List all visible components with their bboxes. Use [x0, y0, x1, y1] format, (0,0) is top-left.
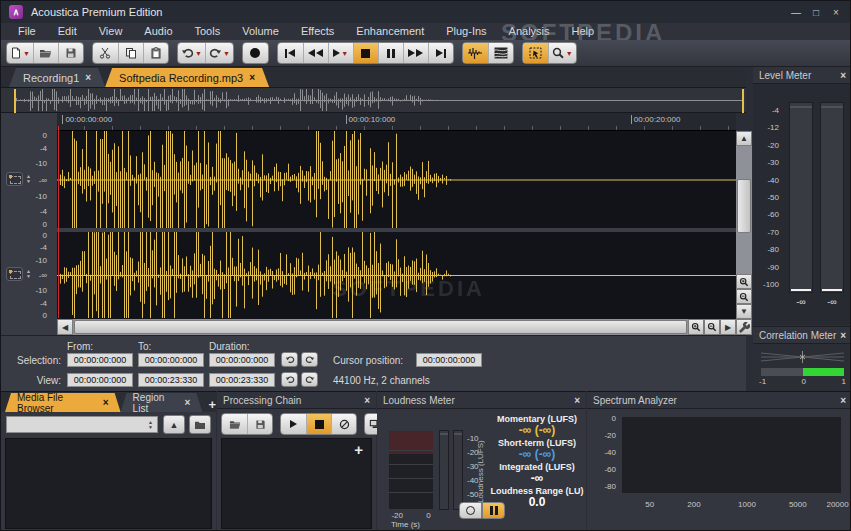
tab-close-icon[interactable]: ×	[103, 397, 109, 408]
spectrum-view-button[interactable]	[488, 43, 513, 63]
processing-chain-titlebar[interactable]: Processing Chain ×	[217, 392, 376, 409]
waveform-editor[interactable]: 00:00:00:00000:00:10:00000:00:20:000 SOF…	[57, 113, 736, 335]
tab-recording1[interactable]: Recording1 ×	[9, 68, 105, 87]
go-to-end-button[interactable]	[428, 43, 453, 63]
go-to-start-button[interactable]	[278, 43, 303, 63]
loudness-reset-button[interactable]	[459, 502, 482, 519]
selection-duration-field[interactable]: 00:00:00:000	[209, 353, 275, 367]
view-settings-button[interactable]	[736, 319, 752, 335]
save-file-button[interactable]	[58, 43, 83, 63]
view-to-field[interactable]: 00:00:23:330	[138, 373, 204, 387]
menu-item[interactable]: Edit	[47, 23, 88, 40]
tab-close-icon[interactable]: ×	[185, 397, 191, 408]
copy-button[interactable]	[118, 43, 143, 63]
selection-to-field[interactable]: 00:00:00:000	[138, 353, 204, 367]
zoom-out-h-button[interactable]	[704, 319, 720, 335]
new-file-button[interactable]: ▼	[7, 43, 33, 63]
redo-button[interactable]: ▼	[205, 43, 233, 63]
view-redo-button[interactable]	[301, 372, 318, 387]
play-button[interactable]: ▼	[328, 43, 353, 63]
close-icon[interactable]: ×	[840, 330, 846, 341]
selection-tool-button[interactable]	[523, 43, 548, 63]
tab-media-file-browser[interactable]: Media File Browser ×	[5, 393, 121, 412]
selection-redo-button[interactable]	[301, 352, 318, 367]
menu-item[interactable]: Help	[561, 23, 606, 40]
close-icon[interactable]: ×	[840, 395, 846, 406]
media-file-list[interactable]	[5, 438, 212, 529]
fast-forward-button[interactable]	[403, 43, 428, 63]
menu-item[interactable]: Effects	[290, 23, 345, 40]
menu-item[interactable]: File	[7, 23, 47, 40]
menu-item[interactable]: Plug-Ins	[435, 23, 497, 40]
horizontal-scrollbar[interactable]: ◀ ▶	[57, 319, 736, 335]
maximize-button[interactable]: □	[806, 4, 826, 20]
overview-waveform-canvas[interactable]	[15, 89, 742, 111]
vertical-scroll-thumb[interactable]	[737, 179, 751, 233]
zoom-tool-button[interactable]: ▼	[548, 43, 576, 63]
menu-item[interactable]: Analysis	[498, 23, 561, 40]
horizontal-scroll-thumb[interactable]	[74, 320, 687, 334]
zoom-in-h-button[interactable]	[688, 319, 704, 335]
chain-stop-button[interactable]	[306, 414, 331, 434]
chain-open-button[interactable]	[222, 414, 247, 434]
view-duration-field[interactable]: 00:00:23:330	[209, 373, 275, 387]
waveform-view-button[interactable]	[463, 43, 488, 63]
menu-item[interactable]: View	[88, 23, 134, 40]
zoom-out-v-button[interactable]	[736, 289, 752, 304]
vertical-scroll-track[interactable]	[736, 146, 752, 274]
close-icon[interactable]: ×	[574, 395, 580, 406]
timeline-ruler[interactable]: 00:00:00:00000:00:10:00000:00:20:000	[57, 113, 736, 131]
channel1-waveform[interactable]	[57, 131, 736, 228]
menu-item[interactable]: Volume	[231, 23, 290, 40]
channel-select-icon[interactable]	[6, 267, 23, 281]
chain-play-button[interactable]	[281, 414, 306, 434]
channel2-waveform[interactable]	[57, 232, 736, 318]
loudness-pause-button[interactable]	[482, 502, 505, 519]
correlation-meter-titlebar[interactable]: Correlation Meter ×	[753, 327, 851, 344]
tab-close-icon[interactable]: ×	[85, 72, 91, 83]
folder-up-button[interactable]: ▲	[163, 415, 185, 434]
processing-chain-list[interactable]: +	[221, 438, 372, 529]
spectrum-analyzer-titlebar[interactable]: Spectrum Analyzer ×	[587, 392, 851, 409]
channel-select-icon[interactable]	[6, 172, 23, 186]
record-button[interactable]	[243, 43, 268, 63]
scroll-left-button[interactable]: ◀	[57, 319, 73, 335]
level-meter-titlebar[interactable]: Level Meter ×	[753, 67, 851, 84]
path-combobox[interactable]: ▲▼	[6, 416, 158, 433]
scroll-up-button[interactable]: ▲	[736, 131, 752, 146]
zoom-in-v-button[interactable]	[736, 274, 752, 289]
overview-cursor[interactable]	[14, 89, 16, 113]
view-undo-button[interactable]	[281, 372, 298, 387]
stop-button[interactable]	[353, 43, 378, 63]
add-panel-tab-button[interactable]: +	[208, 397, 216, 412]
menu-item[interactable]: Tools	[184, 23, 232, 40]
rewind-button[interactable]	[303, 43, 328, 63]
undo-button[interactable]: ▼	[178, 43, 205, 63]
browse-folder-button[interactable]	[189, 415, 211, 434]
selection-from-field[interactable]: 00:00:00:000	[67, 353, 133, 367]
close-icon[interactable]: ×	[364, 395, 370, 406]
selection-undo-button[interactable]	[281, 352, 298, 367]
cut-button[interactable]	[93, 43, 118, 63]
menu-item[interactable]: Enhancement	[345, 23, 435, 40]
vertical-scrollbar[interactable]: ▲ ▼	[736, 131, 752, 319]
channel2-controls[interactable]: ▲▼	[6, 265, 36, 282]
chain-bypass-button[interactable]	[331, 414, 356, 434]
scroll-right-button[interactable]: ▶	[720, 319, 736, 335]
view-from-field[interactable]: 00:00:00:000	[67, 373, 133, 387]
minimize-button[interactable]: —	[786, 4, 806, 20]
pause-button[interactable]	[378, 43, 403, 63]
channel-zoom-spinner[interactable]: ▲▼	[26, 269, 31, 279]
combo-spinner-icon[interactable]: ▲▼	[148, 420, 157, 430]
cursor-position-field[interactable]: 00:00:00:000	[416, 353, 482, 367]
tab-softpedia-recording[interactable]: Softpedia Recording.mp3 ×	[105, 68, 269, 87]
waveform-overview[interactable]	[1, 87, 746, 113]
menu-item[interactable]: Audio	[133, 23, 183, 40]
paste-button[interactable]	[143, 43, 168, 63]
tab-close-icon[interactable]: ×	[249, 72, 255, 83]
close-button[interactable]: ×	[826, 4, 846, 20]
chain-save-button[interactable]	[247, 414, 272, 434]
loudness-meter-titlebar[interactable]: Loudness Meter ×	[377, 392, 586, 409]
tab-region-list[interactable]: Region List ×	[121, 393, 203, 412]
channel-zoom-spinner[interactable]: ▲▼	[26, 174, 31, 184]
